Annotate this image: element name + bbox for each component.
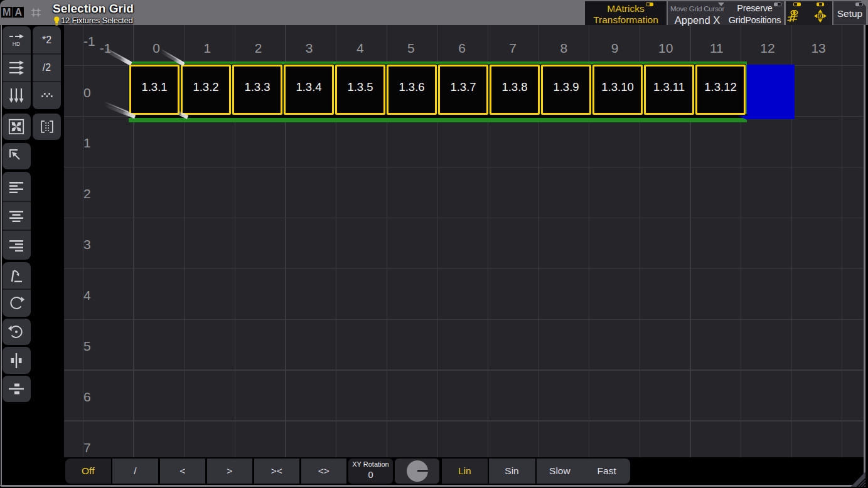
svg-text:HD: HD: [13, 40, 20, 46]
